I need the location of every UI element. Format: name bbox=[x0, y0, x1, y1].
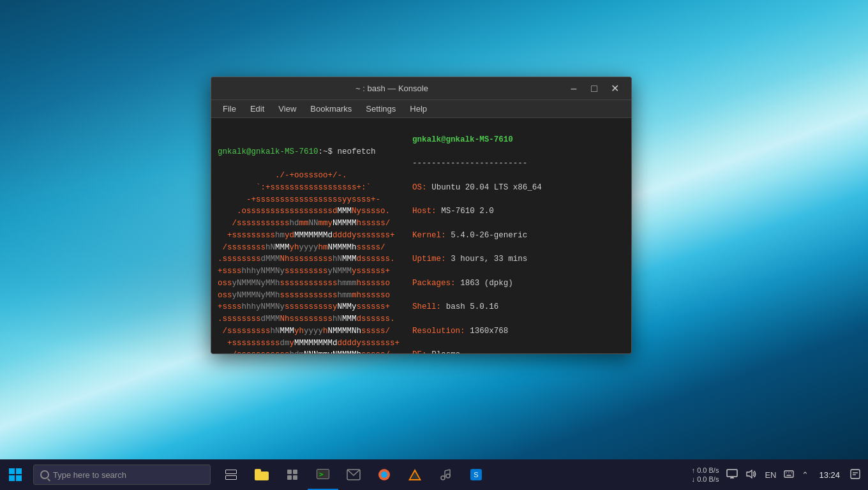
nf-resolution: Resolution: 868x490 bbox=[412, 325, 625, 338]
prompt-user: gnkalk@gnkalk-MS-7610 bbox=[218, 147, 318, 156]
svg-point-6 bbox=[381, 471, 387, 478]
keyboard-button[interactable] bbox=[781, 470, 797, 480]
terminal-content[interactable]: gnkalk@gnkalk-MS-7610:~$ neofetch ./-+oo… bbox=[211, 118, 631, 353]
firefox-button[interactable] bbox=[369, 459, 400, 490]
keyboard-icon bbox=[784, 470, 794, 478]
terminal-icon bbox=[317, 469, 329, 479]
minimize-button[interactable]: – bbox=[565, 82, 583, 95]
svg-text:S: S bbox=[474, 471, 478, 479]
svg-rect-20 bbox=[784, 471, 793, 477]
task-view-icon bbox=[225, 470, 237, 480]
konsole-titlebar: ~ : bash — Konsole – □ ✕ bbox=[211, 77, 631, 100]
monitor-icon bbox=[726, 469, 738, 479]
show-hidden-button[interactable]: ⌃ bbox=[799, 470, 811, 480]
volume-button[interactable] bbox=[743, 469, 760, 481]
menu-file[interactable]: File bbox=[216, 102, 243, 115]
file-explorer-button[interactable] bbox=[246, 459, 277, 490]
svg-line-13 bbox=[445, 470, 450, 471]
svg-rect-25 bbox=[851, 470, 860, 479]
appstore-button[interactable]: S bbox=[461, 459, 491, 490]
nf-de: DE: Plasma bbox=[412, 349, 625, 353]
svg-point-9 bbox=[441, 476, 445, 480]
clock[interactable]: 13:24 bbox=[814, 470, 845, 480]
svg-rect-1 bbox=[293, 470, 297, 474]
maximize-button[interactable]: □ bbox=[585, 82, 603, 95]
konsole-menubar: File Edit View Bookmarks Settings Help bbox=[211, 100, 631, 118]
volume-icon bbox=[745, 469, 757, 479]
taskbar: Type here to search bbox=[0, 459, 868, 490]
music-icon bbox=[439, 468, 452, 481]
svg-rect-0 bbox=[287, 470, 292, 474]
search-icon bbox=[40, 470, 49, 479]
network-down: 0.0 B/s bbox=[697, 475, 719, 483]
firefox-icon bbox=[377, 468, 391, 482]
music-button[interactable] bbox=[430, 459, 461, 490]
taskbar-search[interactable]: Type here to search bbox=[33, 464, 211, 485]
search-placeholder: Type here to search bbox=[53, 470, 126, 480]
menu-settings[interactable]: Settings bbox=[359, 102, 402, 115]
nf-os: OS: Ubuntu 20.04 LTS x86_64 bbox=[412, 182, 625, 194]
neofetch-art: gnkalk@gnkalk-MS-7610:~$ neofetch ./-+oo… bbox=[218, 122, 400, 350]
email-button[interactable] bbox=[338, 459, 369, 490]
prompt-command: neofetch bbox=[338, 147, 376, 156]
taskbar-icons: S bbox=[216, 459, 491, 490]
nf-shell: Shell: bash 5.0.16 bbox=[412, 301, 625, 313]
start-button[interactable] bbox=[0, 459, 31, 490]
terminal-taskbar-button[interactable] bbox=[308, 459, 338, 490]
nf-separator: ------------------------ bbox=[412, 158, 625, 170]
menu-bookmarks[interactable]: Bookmarks bbox=[304, 102, 358, 115]
taskbar-right: ↑ 0.0 B/s ↓ 0.0 B/s EN bbox=[689, 466, 868, 484]
folder-icon bbox=[255, 469, 269, 480]
network-up-label: ↑ 0.0 B/s bbox=[692, 466, 719, 475]
window-controls: – □ ✕ bbox=[565, 82, 624, 95]
menu-edit[interactable]: Edit bbox=[244, 102, 271, 115]
network-stats: ↑ 0.0 B/s ↓ 0.0 B/s bbox=[689, 466, 722, 484]
windows-logo bbox=[9, 468, 22, 481]
window-title: ~ : bash — Konsole bbox=[219, 84, 565, 93]
network-up: 0.0 B/s bbox=[697, 466, 719, 474]
taskbar-manager-button[interactable] bbox=[277, 459, 308, 490]
svg-point-10 bbox=[446, 474, 450, 478]
task-view-button[interactable] bbox=[216, 459, 246, 490]
nf-user-host: gnkalk@gnkalk-MS-7610 bbox=[412, 134, 625, 146]
apps-icon bbox=[286, 468, 299, 481]
vlc-icon bbox=[408, 468, 422, 482]
monitor-button[interactable] bbox=[724, 469, 740, 481]
menu-help[interactable]: Help bbox=[403, 102, 433, 115]
svg-rect-2 bbox=[287, 475, 292, 480]
nf-kernel: Kernel: 5.4.0-26-generic bbox=[412, 230, 625, 242]
prompt-line: gnkalk@gnkalk-MS-7610:~$ neofetch bbox=[218, 146, 400, 158]
nf-packages: Packages: 1863 (dpkg) bbox=[412, 278, 625, 290]
svg-rect-16 bbox=[727, 470, 737, 477]
vlc-button[interactable] bbox=[400, 459, 430, 490]
konsole-window: ~ : bash — Konsole – □ ✕ File Edit View … bbox=[211, 77, 632, 354]
network-button[interactable]: EN bbox=[762, 470, 779, 480]
notification-button[interactable] bbox=[848, 469, 863, 481]
prompt-symbol: :~$ bbox=[318, 147, 333, 156]
notification-icon bbox=[850, 469, 860, 479]
svg-marker-19 bbox=[747, 470, 752, 478]
neofetch-info: gnkalk@gnkalk-MS-7610 ------------------… bbox=[412, 122, 625, 350]
email-icon bbox=[347, 469, 361, 480]
network-down-label: ↓ 0.0 B/s bbox=[692, 475, 719, 484]
svg-rect-3 bbox=[293, 475, 297, 480]
menu-view[interactable]: View bbox=[272, 102, 303, 115]
nf-host: Host: MS-7610 2.0 bbox=[412, 205, 625, 218]
appstore-icon: S bbox=[469, 468, 483, 482]
close-button[interactable]: ✕ bbox=[606, 82, 624, 95]
nf-uptime: Uptime: 3 hours, 33 mins bbox=[412, 253, 625, 265]
